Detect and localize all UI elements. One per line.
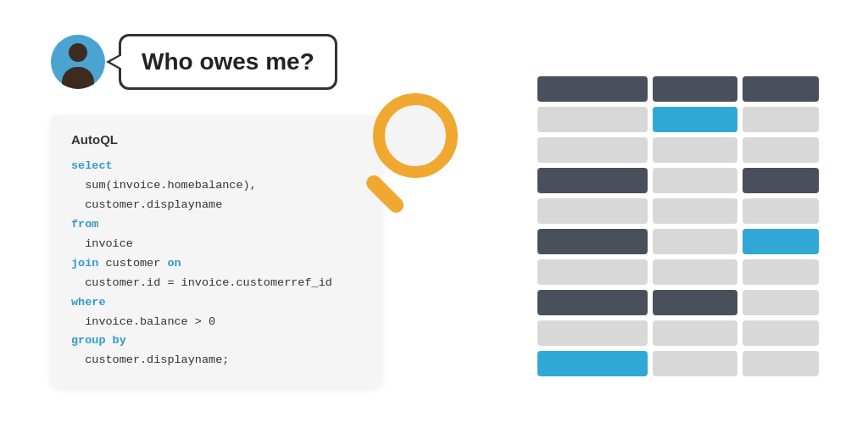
table-cell — [537, 168, 648, 193]
kw-join: join — [71, 257, 98, 270]
speech-row: Who owes me? — [51, 34, 441, 90]
table-cell — [537, 290, 648, 315]
table-cell — [537, 229, 648, 254]
code-line-6: invoice.balance > 0 — [71, 315, 215, 328]
magnifier-glass — [373, 93, 458, 178]
code-line-5: customer.id = invoice.customerref_id — [71, 276, 332, 289]
table-cell — [537, 76, 648, 102]
table-cell — [653, 76, 737, 102]
table-cell — [743, 320, 819, 346]
avatar-inner — [51, 35, 105, 89]
speech-bubble: Who owes me? — [119, 34, 337, 90]
kw-groupby: group by — [71, 334, 126, 347]
table-cell — [653, 351, 737, 376]
table-cell — [537, 107, 648, 132]
table-cell — [743, 290, 819, 315]
table-grid — [537, 76, 817, 376]
table-cell — [653, 168, 737, 193]
table-cell — [743, 351, 819, 376]
table-cell — [537, 320, 648, 346]
table-area — [537, 76, 817, 376]
kw-select: select — [71, 159, 113, 172]
avatar — [51, 35, 105, 89]
table-cell — [537, 351, 648, 376]
kw-from: from — [71, 218, 98, 231]
magnifier — [356, 93, 492, 229]
table-cell — [743, 137, 819, 163]
table-cell — [743, 107, 819, 132]
table-cell — [653, 107, 737, 132]
table-cell — [653, 290, 737, 315]
code-line-7: customer.displayname; — [71, 353, 229, 366]
table-cell — [743, 198, 819, 224]
magnifier-handle — [363, 172, 407, 216]
table-cell — [743, 76, 819, 102]
table-cell — [537, 137, 648, 163]
table-cell — [743, 229, 819, 254]
code-line-1: sum(invoice.homebalance), — [71, 179, 257, 192]
table-cell — [743, 168, 819, 193]
table-cell — [653, 229, 737, 254]
kw-where: where — [71, 296, 106, 309]
table-cell — [653, 259, 737, 285]
table-cell — [537, 259, 648, 285]
code-line-4: customer — [98, 257, 167, 270]
scene: Who owes me? AutoQL select sum(invoice.h… — [0, 0, 868, 434]
code-line-3: invoice — [71, 237, 133, 250]
table-cell — [653, 137, 737, 163]
table-cell — [743, 259, 819, 285]
table-cell — [653, 198, 737, 224]
avatar-body — [62, 67, 94, 89]
code-panel: AutoQL select sum(invoice.homebalance), … — [51, 115, 381, 387]
code-panel-title: AutoQL — [71, 132, 361, 147]
table-cell — [653, 320, 737, 346]
speech-text: Who owes me? — [142, 48, 314, 75]
kw-on: on — [167, 257, 181, 270]
avatar-head — [69, 43, 87, 62]
code-line-2: customer.displayname — [71, 198, 222, 211]
code-block: select sum(invoice.homebalance), custome… — [71, 157, 361, 370]
table-cell — [537, 198, 648, 224]
